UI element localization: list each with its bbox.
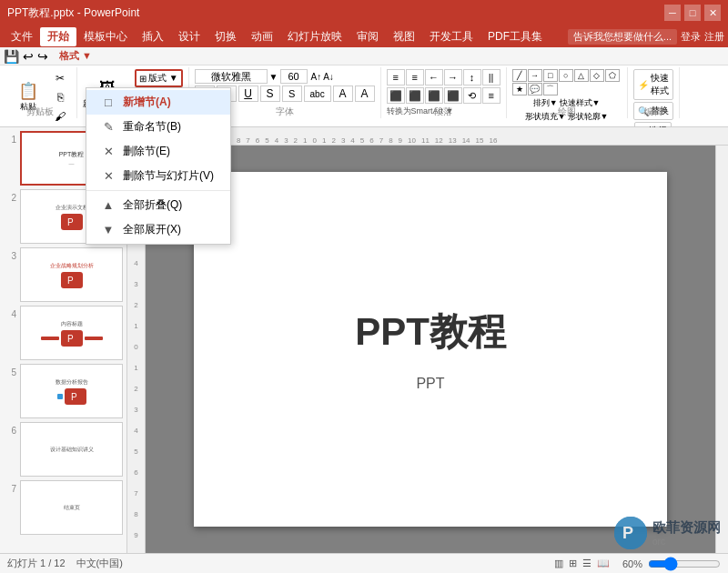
slide-item-3[interactable]: 企业战略规划分析 P: [20, 247, 123, 302]
search-box-mini[interactable]: 告诉我您想要做什么...: [568, 29, 677, 45]
shape-curve[interactable]: ⌒: [543, 83, 558, 96]
svg-text:P: P: [67, 334, 74, 344]
slide5-title: 数据分析报告: [56, 378, 88, 387]
slide4-logo: P: [61, 330, 83, 347]
font-size-decrease-icon[interactable]: A↓: [323, 72, 334, 82]
redo-quick-icon[interactable]: ↪: [37, 49, 48, 64]
align-left-button[interactable]: ⬛: [387, 87, 405, 104]
slide-num-3: 3: [4, 247, 16, 261]
highlight-color-button[interactable]: A: [355, 85, 375, 102]
shape-rect[interactable]: □: [543, 69, 558, 82]
shape-pentagon[interactable]: ⬠: [605, 69, 620, 82]
shape-line[interactable]: ╱: [512, 69, 527, 82]
title-bar: PPT教程.pptx - PowerPoint ─ □ ✕: [0, 0, 728, 25]
slide6-title: 设计基础知识讲义: [50, 446, 94, 454]
drawing-group: ╱ → □ ○ △ ◇ ⬠ ★ 💬 ⌒ 排列▼ 快速样式▼ 形状填充▼: [507, 67, 628, 118]
underline-button[interactable]: U: [238, 85, 258, 102]
slide1-title: PPT教程: [59, 150, 85, 159]
menu-file[interactable]: 文件: [4, 27, 40, 46]
register-button[interactable]: 注册: [704, 30, 724, 44]
slide-item-5[interactable]: 数据分析报告 P: [20, 364, 123, 418]
maximize-button[interactable]: □: [684, 5, 701, 21]
font-color-button[interactable]: A: [333, 85, 353, 102]
watermark: P 欧菲资源网 orc: [614, 517, 721, 549]
dropdown-expand-all[interactable]: ▼ 全部展开(X): [86, 217, 230, 242]
slide-info: 幻灯片 1 / 12: [7, 557, 66, 570]
menu-developer[interactable]: 开发工具: [422, 27, 480, 46]
delete-section-icon: ✕: [101, 145, 116, 158]
indent-decrease-button[interactable]: ←: [425, 69, 443, 85]
watermark-main-text: 欧菲资源网: [652, 519, 721, 537]
menu-design[interactable]: 设计: [171, 27, 207, 46]
shape-arrow[interactable]: →: [528, 69, 542, 82]
strikethrough-button[interactable]: S: [260, 85, 280, 102]
shape-callout[interactable]: 💬: [528, 83, 542, 96]
menu-slideshow[interactable]: 幻灯片放映: [280, 27, 349, 46]
view-normal-button[interactable]: ▥: [554, 558, 563, 569]
layout-button btn-highlighted[interactable]: ⊞ 版式 ▼: [135, 69, 183, 87]
align-center-button[interactable]: ⬛: [406, 87, 424, 104]
menu-view[interactable]: 视图: [386, 27, 422, 46]
slide1-subtitle: —: [69, 161, 75, 166]
login-button[interactable]: 登录: [681, 30, 701, 44]
dropdown-collapse-all[interactable]: ▲ 全部折叠(Q): [86, 193, 230, 217]
delete-section-slides-icon: ✕: [101, 169, 116, 183]
paragraph-group: ≡ ≡ ← → ↕ || ⬛ ⬛ ⬛ ⬛ ⟲ ≡ 转换为SmartArt ▼ 段…: [381, 67, 507, 118]
slide-canvas[interactable]: PPT教程 PPT: [194, 172, 667, 527]
right-scrollbar[interactable]: [715, 146, 728, 553]
paragraph-label: 段落: [381, 106, 506, 118]
cut-button[interactable]: ✂: [49, 69, 71, 87]
align-text-button[interactable]: ≡: [482, 87, 500, 104]
shape-circle[interactable]: ○: [559, 69, 573, 82]
slide-num-6: 6: [4, 422, 16, 436]
watermark-sub-text: orc: [652, 537, 721, 547]
font-family-input[interactable]: [195, 69, 268, 84]
dropdown-delete-section[interactable]: ✕ 删除节(E): [86, 139, 230, 164]
menu-animation[interactable]: 动画: [244, 27, 280, 46]
indent-increase-button[interactable]: →: [444, 69, 462, 85]
text-direction-button[interactable]: ⟲: [463, 87, 481, 104]
slide-thumb-4: 4 内容标题 P: [4, 306, 123, 360]
zoom-slider[interactable]: [648, 557, 721, 571]
shape-diamond[interactable]: ◇: [590, 69, 604, 82]
slide-item-4[interactable]: 内容标题 P: [20, 306, 123, 360]
menu-transition[interactable]: 切换: [207, 27, 244, 46]
align-right-button[interactable]: ⬛: [425, 87, 443, 104]
view-browse-button[interactable]: ⊞: [569, 558, 577, 569]
shape-star[interactable]: ★: [512, 83, 527, 96]
slide3-title: 企业战略规划分析: [50, 262, 94, 270]
shadow-button[interactable]: S: [282, 85, 302, 102]
font-family-dropdown-icon[interactable]: ▼: [269, 72, 278, 82]
rename-section-icon: ✎: [101, 120, 116, 134]
menu-insert[interactable]: 插入: [135, 27, 171, 46]
undo-quick-icon[interactable]: ↩: [23, 49, 34, 64]
view-notes-button[interactable]: ☰: [582, 558, 592, 569]
svg-text:P: P: [622, 524, 633, 542]
menu-pdf[interactable]: PDF工具集: [480, 27, 550, 46]
close-button[interactable]: ✕: [704, 5, 721, 21]
save-quick-icon[interactable]: 💾: [4, 49, 19, 64]
copy-button[interactable]: ⎘: [49, 88, 71, 106]
slide-thumb-7: 7 结束页: [4, 480, 123, 535]
line-spacing-button[interactable]: ↕: [463, 69, 481, 85]
columns-button[interactable]: ||: [482, 69, 500, 85]
menu-review[interactable]: 审阅: [349, 27, 386, 46]
dropdown-rename-section[interactable]: ✎ 重命名节(B): [86, 115, 230, 139]
font-size-input[interactable]: [280, 69, 308, 84]
minimize-button[interactable]: ─: [664, 5, 681, 21]
char-spacing-button[interactable]: abc: [304, 85, 331, 102]
shape-triangle[interactable]: △: [574, 69, 589, 82]
view-reading-button[interactable]: 📖: [597, 558, 610, 569]
slide-item-7[interactable]: 结束页: [20, 480, 123, 535]
font-size-increase-icon[interactable]: A↑: [311, 72, 322, 82]
bullet-list-button[interactable]: ≡: [387, 69, 405, 85]
dropdown-delete-section-slides[interactable]: ✕ 删除节与幻灯片(V): [86, 164, 230, 188]
dropdown-new-section[interactable]: □ 新增节(A): [86, 90, 230, 115]
clipboard-label: 剪贴板: [4, 106, 76, 118]
slide-item-6[interactable]: 设计基础知识讲义: [20, 422, 123, 477]
numbered-list-button[interactable]: ≡: [406, 69, 424, 85]
menu-start[interactable]: 开始: [40, 27, 76, 46]
justify-button[interactable]: ⬛: [444, 87, 462, 104]
menu-template[interactable]: 模板中心: [76, 27, 135, 46]
fast-style-button[interactable]: ⚡ 快速样式: [633, 69, 673, 100]
